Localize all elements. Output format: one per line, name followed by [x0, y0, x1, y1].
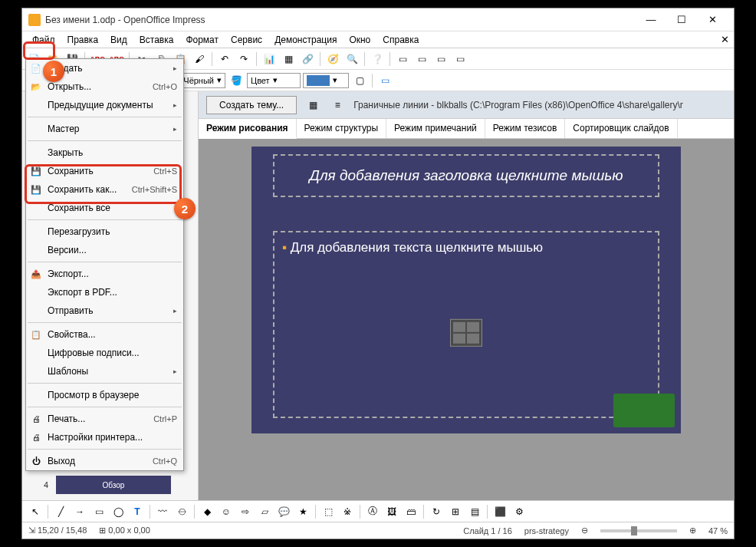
- menu-wizard[interactable]: Мастер▸: [26, 120, 183, 138]
- arrange-icon[interactable]: ▤: [466, 503, 483, 520]
- menu-psettings[interactable]: 🖨Настройки принтера...: [26, 428, 183, 446]
- gallery-icon[interactable]: 🗃: [403, 503, 419, 520]
- from-file-icon[interactable]: 🖼: [383, 503, 400, 520]
- stars-icon[interactable]: ★: [294, 503, 311, 520]
- gallery-view-list-icon[interactable]: ≡: [329, 97, 346, 114]
- slide-body-placeholder[interactable]: Для добавления текста щелкните мышью: [273, 231, 659, 418]
- extrusion-icon[interactable]: ⬛: [491, 503, 508, 520]
- tab-drawing[interactable]: Режим рисования: [199, 119, 297, 139]
- tab-notes[interactable]: Режим примечаний: [386, 119, 485, 138]
- line-icon[interactable]: ╱: [52, 503, 69, 520]
- menu-versions[interactable]: Версии...: [26, 241, 183, 259]
- symbol-shapes-icon[interactable]: ☺: [218, 503, 235, 520]
- gallery-bar: Создать тему... ▦ ≡ Граничные линии - bl…: [199, 91, 734, 119]
- close-button[interactable]: ✕: [697, 10, 728, 30]
- drawing-toolbar: ↖ ╱ → ▭ ◯ T 〰 ⦵ ◆ ☺ ⇨ ▱ 💬 ★ ⬚ ※ Ⓐ 🖼 🗃 ↻ …: [22, 500, 734, 522]
- menu-exportpdf[interactable]: Экспорт в PDF...: [26, 283, 183, 302]
- canvas[interactable]: Для добавления заголовка щелкните мышью …: [199, 139, 734, 500]
- fontwork-icon[interactable]: Ⓐ: [364, 503, 381, 520]
- menu-insert[interactable]: Вставка: [134, 33, 179, 47]
- table-icon[interactable]: ▦: [280, 51, 297, 68]
- menu-templates[interactable]: Шаблоны▸: [26, 362, 183, 381]
- menu-sig[interactable]: Цифровые подписи...: [26, 344, 183, 362]
- block-arrows-icon[interactable]: ⇨: [237, 503, 254, 520]
- exit-icon: ⏻: [30, 455, 42, 467]
- text-icon[interactable]: T: [129, 503, 146, 520]
- slide-layout-icon[interactable]: ▭: [432, 51, 449, 68]
- fill-type-combo[interactable]: Цвет ▾: [247, 73, 301, 88]
- basic-shapes-icon[interactable]: ◆: [199, 503, 215, 520]
- help-icon[interactable]: ❔: [369, 51, 386, 68]
- menu-save[interactable]: 💾СохранитьCtrl+S: [26, 162, 183, 180]
- menu-reload[interactable]: Перезагрузить: [26, 222, 183, 241]
- select-icon[interactable]: ↖: [27, 503, 44, 520]
- tab-sorter[interactable]: Сортировщик слайдов: [565, 119, 677, 138]
- menu-tools[interactable]: Сервис: [225, 33, 268, 47]
- undo-icon[interactable]: ↶: [216, 51, 233, 68]
- arrow-icon[interactable]: →: [71, 503, 88, 520]
- interaction-icon[interactable]: ⚙: [511, 503, 528, 520]
- curve-icon[interactable]: 〰: [154, 503, 171, 520]
- slideshow-icon[interactable]: ▭: [376, 72, 393, 89]
- menu-format[interactable]: Формат: [180, 33, 224, 47]
- saveas-disk-icon: 💾: [30, 183, 42, 196]
- connector-icon[interactable]: ⦵: [173, 503, 190, 520]
- glue-icon[interactable]: ※: [339, 503, 356, 520]
- fill-color-combo[interactable]: ▾: [303, 73, 349, 88]
- menu-saveas[interactable]: 💾Сохранить как...Ctrl+Shift+S: [26, 180, 183, 199]
- slide[interactable]: Для добавления заголовка щелкните мышью …: [251, 147, 681, 433]
- save-disk-icon: 💾: [30, 165, 42, 177]
- tab-outline[interactable]: Режим структуры: [297, 119, 387, 138]
- menu-props[interactable]: 📋Свойства...: [26, 325, 183, 344]
- ellipse-icon[interactable]: ◯: [110, 503, 127, 520]
- fill-icon[interactable]: 🪣: [228, 72, 245, 89]
- slide-design-icon[interactable]: ▭: [413, 51, 430, 68]
- chart-icon[interactable]: 📊: [261, 51, 278, 68]
- shadow-icon[interactable]: ▢: [351, 72, 368, 89]
- navigator-icon[interactable]: 🧭: [324, 51, 341, 68]
- new-theme-button[interactable]: Создать тему...: [206, 96, 297, 114]
- gallery-path: Граничные линии - blkballs (C:\Program F…: [353, 100, 726, 110]
- zoom-icon[interactable]: 🔍: [343, 51, 360, 68]
- rotate-icon[interactable]: ↻: [428, 503, 445, 520]
- menu-window[interactable]: Окно: [343, 33, 376, 47]
- maximize-button[interactable]: ☐: [666, 10, 697, 30]
- slide-icon[interactable]: ▭: [394, 51, 411, 68]
- menu-edit[interactable]: Правка: [62, 33, 104, 47]
- menu-preview[interactable]: Просмотр в браузере: [26, 386, 183, 404]
- rect-icon[interactable]: ▭: [90, 503, 107, 520]
- doc-close-icon[interactable]: ✕: [721, 34, 729, 45]
- zoom-in-icon[interactable]: ⊕: [689, 526, 696, 535]
- zoom-slider[interactable]: [600, 529, 677, 532]
- align-icon[interactable]: ⊞: [447, 503, 464, 520]
- slide-title-placeholder[interactable]: Для добавления заголовка щелкните мышью: [273, 154, 659, 197]
- hyperlink-icon[interactable]: 🔗: [299, 51, 316, 68]
- menu-close[interactable]: Закрыть: [26, 143, 183, 162]
- menu-help[interactable]: Справка: [377, 33, 424, 47]
- redo-icon[interactable]: ↷: [235, 51, 252, 68]
- menu-send[interactable]: Отправить▸: [26, 302, 183, 320]
- edit-area: Создать тему... ▦ ≡ Граничные линии - bl…: [199, 91, 734, 500]
- menu-slideshow[interactable]: Демонстрация: [269, 33, 342, 47]
- menu-file[interactable]: Файл: [27, 33, 61, 47]
- menu-saveall[interactable]: Сохранить все: [26, 199, 183, 217]
- menu-recent[interactable]: Предыдущие документы▸: [26, 96, 183, 114]
- callouts-icon[interactable]: 💬: [275, 503, 292, 520]
- minimize-button[interactable]: —: [636, 10, 666, 30]
- status-size: ⊞ 0,00 x 0,00: [99, 526, 150, 535]
- slide-body-text: Для добавления текста щелкните мышью: [282, 240, 650, 255]
- slide-thumb[interactable]: Обзор: [56, 476, 171, 494]
- points-icon[interactable]: ⬚: [320, 503, 337, 520]
- gallery-view-icons-icon[interactable]: ▦: [304, 97, 321, 114]
- flowchart-icon[interactable]: ▱: [256, 503, 273, 520]
- menu-view[interactable]: Вид: [105, 33, 133, 47]
- brush-icon[interactable]: 🖌: [191, 51, 208, 68]
- menu-print[interactable]: 🖨Печать...Ctrl+P: [26, 410, 183, 428]
- zoom-out-icon[interactable]: ⊖: [581, 526, 588, 535]
- tab-handout[interactable]: Режим тезисов: [485, 119, 566, 138]
- content-layout-icon[interactable]: [450, 319, 482, 347]
- menu-exit[interactable]: ⏻ВыходCtrl+Q: [26, 452, 183, 470]
- presentation-icon[interactable]: ▭: [452, 51, 468, 68]
- menu-export[interactable]: 📤Экспорт...: [26, 265, 183, 283]
- new-doc-icon: 📄: [30, 62, 42, 74]
